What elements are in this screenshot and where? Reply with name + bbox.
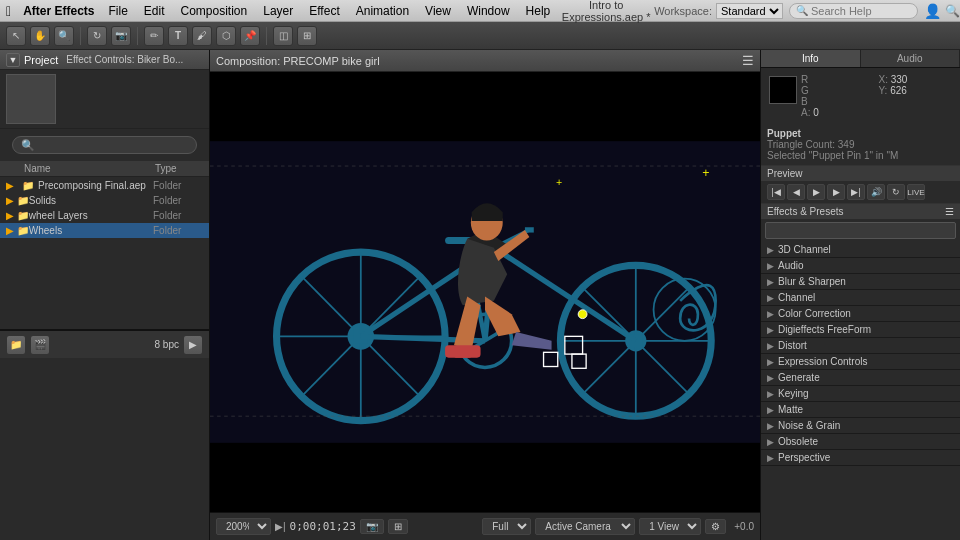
- y-coords: Y: 626: [879, 85, 957, 96]
- x-coords: X: 330: [879, 74, 957, 85]
- effect-group-matte[interactable]: ▶ Matte: [761, 402, 960, 418]
- workspace-label: Workspace:: [654, 5, 712, 17]
- effects-list: ▶ 3D Channel ▶ Audio ▶ Blur & Sharpen ▶ …: [761, 242, 960, 540]
- toolbar-brush-tool[interactable]: 🖌: [192, 26, 212, 46]
- menu-window[interactable]: Window: [459, 4, 518, 18]
- expand-arrow-icon: ▶: [767, 325, 774, 335]
- workspace-select[interactable]: Standard: [716, 3, 783, 19]
- toolbar-arrow-tool[interactable]: ↖: [6, 26, 26, 46]
- app-name: After Effects: [17, 4, 100, 18]
- menu-composition[interactable]: Composition: [173, 4, 256, 18]
- toolbar-zoom-tool[interactable]: 🔍: [54, 26, 74, 46]
- expand-arrow-icon: ▶: [767, 245, 774, 255]
- effect-group-expression[interactable]: ▶ Expression Controls: [761, 354, 960, 370]
- new-folder-btn[interactable]: 📁: [6, 335, 26, 355]
- comp-settings-btn[interactable]: ⚙: [705, 519, 726, 534]
- prev-last-btn[interactable]: ▶|: [847, 184, 865, 200]
- toolbar-stamp-tool[interactable]: ⬡: [216, 26, 236, 46]
- prev-audio-btn[interactable]: 🔊: [867, 184, 885, 200]
- prev-play-btn[interactable]: ▶: [807, 184, 825, 200]
- effect-group-label: Expression Controls: [778, 356, 867, 367]
- effect-group-digieffects[interactable]: ▶ Digieffects FreeForm: [761, 322, 960, 338]
- list-item[interactable]: ▶ 📁 Wheels Folder: [0, 223, 209, 238]
- effect-group-label: Blur & Sharpen: [778, 276, 846, 287]
- menu-edit[interactable]: Edit: [136, 4, 173, 18]
- expand-arrow-icon: ▶: [767, 389, 774, 399]
- prev-live-btn[interactable]: LIVE: [907, 184, 925, 200]
- effect-group-color-correction[interactable]: ▶ Color Correction: [761, 306, 960, 322]
- menu-view[interactable]: View: [417, 4, 459, 18]
- right-panel: Info Audio R X: 330 G Y: 626 B A: 0 Pu: [760, 50, 960, 540]
- prev-fwd-frame-btn[interactable]: ▶: [827, 184, 845, 200]
- file-list: ▶ 📁 Precomposing Final.aep Folder ▶ 📁 So…: [0, 177, 209, 329]
- prev-first-btn[interactable]: |◀: [767, 184, 785, 200]
- apple-menu-icon[interactable]: : [0, 3, 17, 19]
- svg-text:+: +: [702, 166, 709, 180]
- effect-group-3d-channel[interactable]: ▶ 3D Channel: [761, 242, 960, 258]
- project-search-input[interactable]: [12, 136, 197, 154]
- effect-group-blur[interactable]: ▶ Blur & Sharpen: [761, 274, 960, 290]
- effects-panel-menu[interactable]: ☰: [945, 206, 954, 217]
- toolbar-sep-1: [80, 27, 81, 45]
- menu-layer[interactable]: Layer: [255, 4, 301, 18]
- toolbar-extra-2[interactable]: ⊞: [297, 26, 317, 46]
- svg-rect-28: [445, 345, 480, 357]
- effect-group-label: Matte: [778, 404, 803, 415]
- effect-group-label: Distort: [778, 340, 807, 351]
- view-select[interactable]: Active Camera: [535, 518, 635, 535]
- comp-grid-btn[interactable]: ⊞: [388, 519, 408, 534]
- list-item[interactable]: ▶ 📁 Solids Folder: [0, 193, 209, 208]
- tab-info[interactable]: Info: [761, 50, 861, 67]
- composition-viewer[interactable]: + +: [210, 72, 760, 512]
- file-name: Precomposing Final.aep: [38, 180, 153, 191]
- effect-group-perspective[interactable]: ▶ Perspective: [761, 450, 960, 466]
- search-help-input[interactable]: [811, 5, 911, 17]
- effect-group-audio[interactable]: ▶ Audio: [761, 258, 960, 274]
- composition-controls: 200% ▶| 0;00;01;23 📷 ⊞ Full Active Camer…: [210, 512, 760, 540]
- preview-label[interactable]: Preview: [761, 166, 960, 181]
- puppet-title: Puppet: [767, 128, 954, 139]
- expand-arrow-icon: ▶: [767, 421, 774, 431]
- composition-panel-header: Composition: PRECOMP bike girl ☰: [210, 50, 760, 72]
- effect-group-channel[interactable]: ▶ Channel: [761, 290, 960, 306]
- quality-select[interactable]: Full: [482, 518, 531, 535]
- project-tab-label[interactable]: Project: [24, 54, 58, 66]
- view-count-select[interactable]: 1 View: [639, 518, 701, 535]
- new-comp-btn[interactable]: 🎬: [30, 335, 50, 355]
- effect-group-keying[interactable]: ▶ Keying: [761, 386, 960, 402]
- effect-group-noise-grain[interactable]: ▶ Noise & Grain: [761, 418, 960, 434]
- toolbar-camera-tool[interactable]: 📷: [111, 26, 131, 46]
- tab-audio[interactable]: Audio: [861, 50, 961, 67]
- list-item[interactable]: ▶ 📁 wheel Layers Folder: [0, 208, 209, 223]
- effect-group-label: Channel: [778, 292, 815, 303]
- effect-group-generate[interactable]: ▶ Generate: [761, 370, 960, 386]
- file-list-header: Name Type: [0, 161, 209, 177]
- menu-animation[interactable]: Animation: [348, 4, 417, 18]
- render-btn[interactable]: ▶: [183, 335, 203, 355]
- toolbar-puppet-tool[interactable]: 📌: [240, 26, 260, 46]
- left-panel-footer: 📁 🎬 8 bpc ▶: [0, 330, 209, 358]
- panel-minimize[interactable]: ▼: [6, 53, 20, 67]
- file-name: wheel Layers: [29, 210, 153, 221]
- toolbar-rotate-tool[interactable]: ↻: [87, 26, 107, 46]
- menu-file[interactable]: File: [100, 4, 135, 18]
- toolbar-extra-1[interactable]: ◫: [273, 26, 293, 46]
- prev-loop-btn[interactable]: ↻: [887, 184, 905, 200]
- effect-group-obsolete[interactable]: ▶ Obsolete: [761, 434, 960, 450]
- list-item[interactable]: ▶ 📁 Precomposing Final.aep Folder: [0, 177, 209, 193]
- info-audio-tabs: Info Audio: [761, 50, 960, 68]
- toolbar-text-tool[interactable]: T: [168, 26, 188, 46]
- effect-controls-tab-label[interactable]: Effect Controls: Biker Bo...: [66, 54, 183, 65]
- prev-back-frame-btn[interactable]: ◀: [787, 184, 805, 200]
- toolbar-hand-tool[interactable]: ✋: [30, 26, 50, 46]
- menu-effect[interactable]: Effect: [301, 4, 347, 18]
- comp-snapshot-btn[interactable]: 📷: [360, 519, 384, 534]
- effect-group-label: Obsolete: [778, 436, 818, 447]
- effects-search-input[interactable]: [765, 222, 956, 239]
- toolbar-pen-tool[interactable]: ✏: [144, 26, 164, 46]
- zoom-select[interactable]: 200%: [216, 518, 271, 535]
- effect-group-distort[interactable]: ▶ Distort: [761, 338, 960, 354]
- effect-group-label: Audio: [778, 260, 804, 271]
- menu-help[interactable]: Help: [518, 4, 559, 18]
- comp-panel-menu[interactable]: ☰: [742, 53, 754, 68]
